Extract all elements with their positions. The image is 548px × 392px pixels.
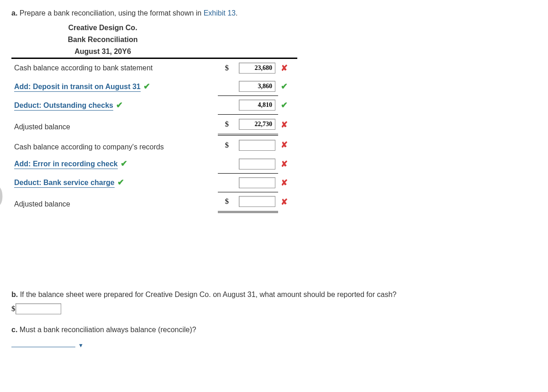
statement-date: August 31, 20Y6: [11, 46, 194, 58]
dollar-sign: $: [218, 192, 232, 212]
wrong-icon: ✘: [281, 197, 288, 207]
check-icon: ✔: [121, 159, 127, 168]
deduct-checks-input[interactable]: [239, 100, 275, 111]
statement-title: Bank Reconciliation: [11, 34, 194, 46]
part-b-input[interactable]: [16, 303, 61, 314]
decorative-paren: ): [0, 178, 4, 210]
wrong-icon: ✘: [281, 159, 288, 169]
deduct-service-input[interactable]: [239, 177, 275, 188]
check-icon: ✔: [281, 82, 288, 91]
add-error-input[interactable]: [239, 159, 275, 170]
part-c-letter: c.: [11, 326, 17, 334]
adjusted-balance-1-label: Adjusted balance: [11, 115, 218, 135]
deduct-service-dropdown[interactable]: Deduct: Bank service charge: [14, 179, 115, 188]
dollar-sign: $: [218, 115, 232, 135]
reconciliation-table: Cash balance according to bank statement…: [11, 58, 297, 213]
bank-balance-input[interactable]: [239, 63, 275, 74]
add-error-dropdown[interactable]: Add: Error in recording check: [14, 160, 118, 169]
company-balance-label: Cash balance according to company's reco…: [11, 135, 218, 155]
check-icon: ✔: [281, 101, 288, 110]
part-b-text: If the balance sheet were prepared for C…: [20, 291, 397, 298]
part-a-prompt: a. Prepare a bank reconciliation, using …: [11, 9, 537, 17]
check-icon: ✔: [143, 82, 150, 91]
adjusted-balance-1-input[interactable]: [239, 119, 275, 130]
part-a-text-post: .: [236, 9, 237, 17]
add-deposit-input[interactable]: [239, 81, 275, 92]
company-balance-input[interactable]: [239, 140, 275, 151]
dollar-sign: $: [218, 135, 232, 155]
adjusted-balance-2-label: Adjusted balance: [11, 192, 218, 212]
wrong-icon: ✘: [281, 64, 288, 73]
part-b-letter: b.: [11, 291, 18, 298]
dollar-sign: $: [218, 58, 232, 78]
part-c-prompt: c. Must a bank reconciliation always bal…: [11, 326, 537, 334]
exhibit-link[interactable]: Exhibit 13: [204, 9, 236, 17]
wrong-icon: ✘: [281, 120, 288, 129]
adjusted-balance-2-input[interactable]: [239, 196, 275, 207]
statement-header: Creative Design Co. Bank Reconciliation …: [11, 22, 194, 58]
dollar-sign: $: [11, 304, 16, 313]
bank-balance-label: Cash balance according to bank statement: [11, 58, 218, 78]
company-name: Creative Design Co.: [11, 22, 194, 34]
part-c-dropdown[interactable]: [11, 339, 75, 347]
wrong-icon: ✘: [281, 178, 288, 187]
add-deposit-dropdown[interactable]: Add: Deposit in transit on August 31: [14, 83, 141, 92]
part-a-text-pre: Prepare a bank reconciliation, using the…: [20, 9, 204, 17]
part-b-prompt: b. If the balance sheet were prepared fo…: [11, 291, 537, 299]
part-a-letter: a.: [11, 9, 17, 17]
wrong-icon: ✘: [281, 140, 288, 149]
check-icon: ✔: [117, 178, 124, 187]
deduct-checks-dropdown[interactable]: Deduct: Outstanding checks: [14, 101, 113, 111]
check-icon: ✔: [116, 101, 123, 110]
part-c-text: Must a bank reconciliation always balanc…: [20, 326, 196, 334]
chevron-down-icon: ▼: [78, 342, 84, 349]
